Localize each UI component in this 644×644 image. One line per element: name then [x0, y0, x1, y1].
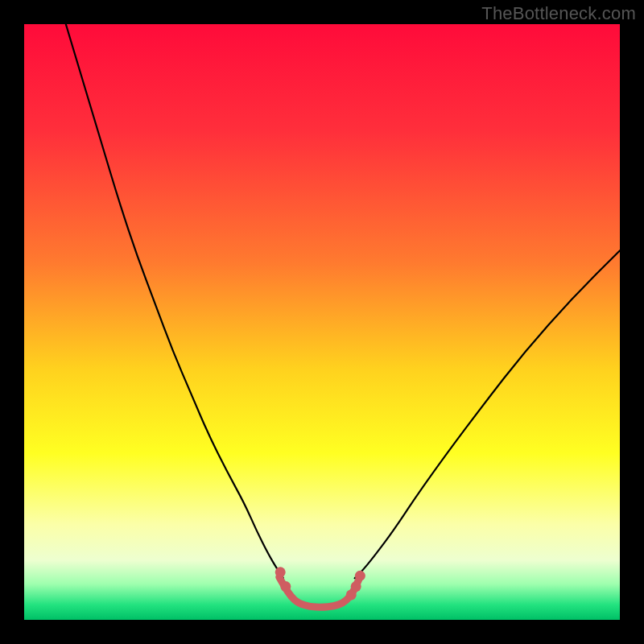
marker-dot — [280, 581, 291, 592]
chart-svg — [24, 24, 620, 620]
chart-frame — [24, 24, 620, 620]
marker-dot — [351, 581, 361, 592]
marker-dot — [275, 567, 286, 577]
gradient-background — [24, 24, 620, 620]
watermark-text: TheBottleneck.com — [481, 3, 636, 24]
marker-dot — [355, 571, 365, 581]
